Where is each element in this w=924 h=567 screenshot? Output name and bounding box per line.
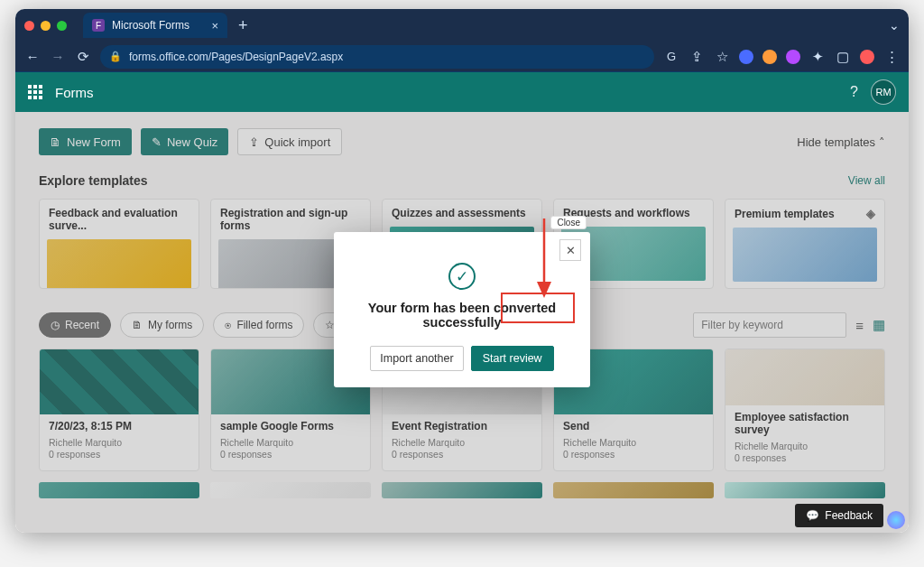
url-text: forms.office.com/Pages/DesignPageV2.aspx (129, 51, 343, 63)
content-area: 🗎New Form ✎New Quiz ⇪Quick import Hide t… (15, 112, 909, 533)
close-button[interactable]: ✕ (559, 239, 581, 261)
back-icon[interactable]: ← (24, 49, 41, 64)
new-tab-button[interactable]: + (235, 16, 252, 35)
extension-icon[interactable] (786, 50, 800, 64)
minimize-window-icon[interactable] (41, 21, 51, 31)
tabs-menu-icon[interactable]: ⌄ (889, 18, 900, 33)
browser-tab[interactable]: F Microsoft Forms × (83, 13, 227, 38)
window-controls (24, 21, 67, 31)
url-input[interactable]: 🔒 forms.office.com/Pages/DesignPageV2.as… (100, 45, 654, 69)
close-tooltip: Close (550, 216, 587, 229)
lock-icon: 🔒 (109, 51, 122, 62)
browser-extensions: G ⇪ ☆ ✦ ▢ ⋮ (663, 49, 900, 65)
check-icon: ✓ (448, 263, 476, 290)
star-icon[interactable]: ☆ (714, 49, 730, 65)
kebab-icon[interactable]: ⋮ (883, 49, 900, 65)
app-launcher-icon[interactable] (28, 85, 42, 99)
close-icon: ✕ (566, 244, 576, 257)
share-icon[interactable]: ⇪ (688, 49, 705, 65)
import-another-button[interactable]: Import another (370, 346, 463, 371)
extension-icon[interactable] (762, 50, 777, 64)
modal-message: Your form has been converted successfull… (350, 301, 574, 330)
conversion-success-modal: Close ✕ ✓ Your form has been converted s… (334, 232, 590, 387)
chat-icon: 💬 (806, 509, 819, 522)
start-review-button[interactable]: Start review (471, 346, 554, 371)
app-name: Forms (55, 85, 94, 100)
close-tab-icon[interactable]: × (211, 19, 218, 33)
gtranslate-icon[interactable]: G (663, 50, 679, 63)
feedback-button[interactable]: 💬Feedback (795, 504, 883, 527)
puzzle-icon[interactable]: ✦ (809, 49, 826, 65)
browser-address-bar: ← → ⟳ 🔒 forms.office.com/Pages/DesignPag… (15, 42, 909, 72)
extension-icon[interactable] (739, 50, 753, 64)
maximize-window-icon[interactable] (57, 21, 67, 31)
help-icon[interactable]: ? (850, 84, 858, 100)
profile-icon[interactable] (860, 50, 874, 64)
assistant-bubble-icon[interactable] (887, 511, 905, 529)
reload-icon[interactable]: ⟳ (75, 49, 91, 65)
favicon-icon: F (92, 19, 105, 32)
close-window-icon[interactable] (24, 21, 34, 31)
tab-title: Microsoft Forms (112, 19, 189, 32)
browser-tab-strip: F Microsoft Forms × + ⌄ (15, 9, 909, 42)
app-header: Forms ? RM (15, 72, 909, 112)
avatar[interactable]: RM (871, 79, 896, 105)
window-icon[interactable]: ▢ (835, 49, 851, 65)
forward-icon[interactable]: → (50, 49, 66, 64)
